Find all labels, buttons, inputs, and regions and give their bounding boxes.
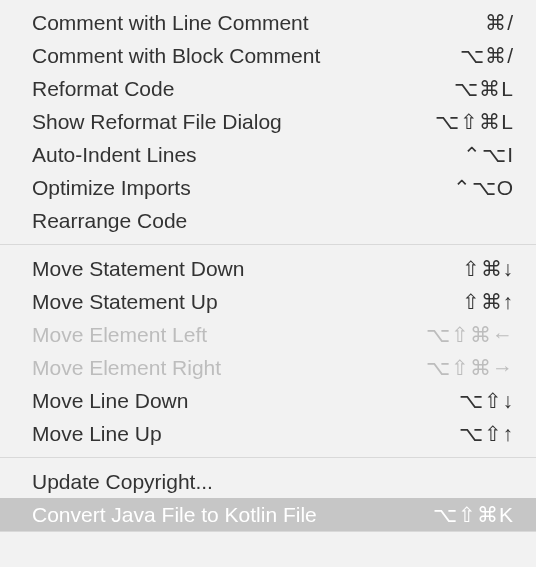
menu-item-label: Update Copyright... [32, 470, 213, 494]
menu-item-shortcut: ⌥⇧⌘K [433, 503, 514, 527]
menu-separator [0, 457, 536, 458]
menu-item-optimize-imports[interactable]: Optimize Imports ⌃⌥O [0, 171, 536, 204]
menu-item-move-elem-right: Move Element Right ⌥⇧⌘→ [0, 351, 536, 384]
menu-item-move-line-down[interactable]: Move Line Down ⌥⇧↓ [0, 384, 536, 417]
menu-item-label: Show Reformat File Dialog [32, 110, 282, 134]
menu-item-label: Move Statement Up [32, 290, 218, 314]
menu-item-label: Comment with Block Comment [32, 44, 320, 68]
menu-item-shortcut: ⌥⌘/ [460, 44, 514, 68]
menu-item-shortcut: ⌃⌥I [463, 143, 514, 167]
menu-item-comment-line[interactable]: Comment with Line Comment ⌘/ [0, 6, 536, 39]
menu-item-shortcut: ⌥⇧↓ [459, 389, 515, 413]
menu-item-label: Move Element Left [32, 323, 207, 347]
menu-bottom-line [0, 531, 536, 532]
menu-item-label: Move Line Down [32, 389, 188, 413]
menu-item-shortcut: ⌥⇧⌘→ [426, 356, 514, 380]
menu-item-shortcut: ⌥⇧⌘L [435, 110, 514, 134]
menu-item-reformat-code[interactable]: Reformat Code ⌥⌘L [0, 72, 536, 105]
menu-separator [0, 244, 536, 245]
menu-item-label: Reformat Code [32, 77, 174, 101]
menu-item-move-stmt-up[interactable]: Move Statement Up ⇧⌘↑ [0, 285, 536, 318]
menu-item-label: Comment with Line Comment [32, 11, 309, 35]
menu-item-label: Rearrange Code [32, 209, 187, 233]
menu-item-shortcut: ⌃⌥O [453, 176, 514, 200]
menu-item-shortcut: ⌥⇧↑ [459, 422, 515, 446]
menu-item-reformat-dialog[interactable]: Show Reformat File Dialog ⌥⇧⌘L [0, 105, 536, 138]
menu-item-shortcut: ⌘/ [485, 11, 514, 35]
context-menu: Comment with Line Comment ⌘/ Comment wit… [0, 0, 536, 532]
menu-item-auto-indent[interactable]: Auto-Indent Lines ⌃⌥I [0, 138, 536, 171]
menu-item-move-stmt-down[interactable]: Move Statement Down ⇧⌘↓ [0, 252, 536, 285]
menu-item-label: Optimize Imports [32, 176, 191, 200]
menu-item-move-elem-left: Move Element Left ⌥⇧⌘← [0, 318, 536, 351]
menu-item-convert-kotlin[interactable]: Convert Java File to Kotlin File ⌥⇧⌘K [0, 498, 536, 531]
menu-item-shortcut: ⌥⇧⌘← [426, 323, 514, 347]
menu-item-label: Convert Java File to Kotlin File [32, 503, 317, 527]
menu-item-comment-block[interactable]: Comment with Block Comment ⌥⌘/ [0, 39, 536, 72]
menu-item-rearrange-code[interactable]: Rearrange Code [0, 204, 536, 237]
menu-item-shortcut: ⇧⌘↓ [462, 257, 515, 281]
menu-item-update-copyright[interactable]: Update Copyright... [0, 465, 536, 498]
menu-item-shortcut: ⇧⌘↑ [462, 290, 515, 314]
menu-item-label: Auto-Indent Lines [32, 143, 197, 167]
menu-item-label: Move Statement Down [32, 257, 244, 281]
menu-item-label: Move Line Up [32, 422, 162, 446]
menu-item-move-line-up[interactable]: Move Line Up ⌥⇧↑ [0, 417, 536, 450]
menu-item-shortcut: ⌥⌘L [454, 77, 514, 101]
menu-item-label: Move Element Right [32, 356, 221, 380]
